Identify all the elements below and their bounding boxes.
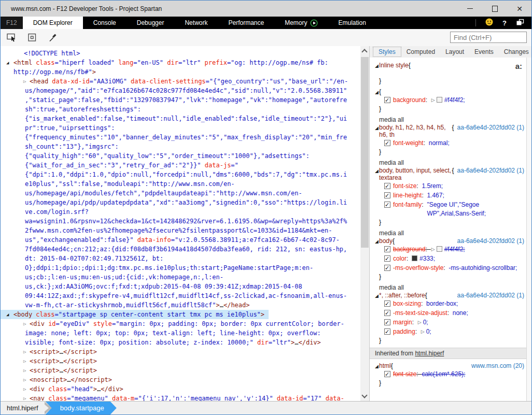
property-checkbox[interactable] (384, 202, 390, 208)
breadcrumb-html-hiperf[interactable]: html.hiperf (1, 402, 45, 414)
property-checkbox[interactable] (384, 97, 390, 103)
tab-memory[interactable]: Memory (274, 17, 328, 29)
property-value[interactable]: #f4f4f2; (444, 245, 524, 254)
script-node-1[interactable]: ▷<script>…</script> (1, 347, 350, 356)
inherited-from-target[interactable]: html.hiperf (415, 350, 444, 357)
styles-tab-events[interactable]: Events (469, 47, 499, 56)
property-value[interactable]: calc(1em*.625); (422, 370, 524, 379)
scrollbar-thumb[interactable] (361, 57, 369, 248)
rule-selector[interactable]: body (379, 237, 393, 245)
stylesheet-link[interactable]: aa-6a6e4d-202fdd02 (1) (454, 124, 524, 131)
property-checkbox[interactable] (384, 140, 390, 146)
property-value[interactable]: #f4f4f2; (444, 96, 524, 105)
property-checkbox[interactable] (384, 183, 390, 189)
tab-dom-explorer[interactable]: DOM Explorer (23, 17, 83, 29)
scroll-up-icon[interactable] (361, 49, 367, 54)
style-property-row[interactable]: background: ▷#f4f4f2; (379, 96, 524, 105)
rule-expanded-arrow-icon[interactable]: ◢ (375, 90, 379, 95)
property-checkbox[interactable] (384, 300, 390, 307)
color-swatch[interactable] (412, 255, 417, 261)
style-property-row[interactable]: font-weight: normal; (379, 139, 524, 148)
eyediv-node[interactable]: ▷<div id="eyeDiv" style="margin: 0px; pa… (1, 319, 350, 347)
breadcrumb-body-startpage[interactable]: body.startpage (46, 402, 117, 414)
find-input[interactable] (450, 32, 527, 43)
style-property-row[interactable]: background: ▷#f4f4f2; (379, 245, 524, 254)
property-checkbox[interactable] (384, 310, 390, 316)
script-node-2[interactable]: ▷<script>…</script> (1, 356, 350, 366)
rule-selector[interactable]: Inline style (379, 62, 409, 69)
maximize-button[interactable] (491, 5, 498, 12)
property-value[interactable]: 1.467; (427, 191, 524, 200)
property-expand-icon[interactable]: ▷ (431, 96, 437, 105)
element-highlight-icon[interactable] (27, 32, 38, 44)
property-value[interactable]: "Segoe UI","Segoe WP",Arial,Sans-Serif; (427, 201, 524, 218)
property-value[interactable]: 0; (426, 327, 524, 336)
property-checkbox[interactable] (384, 255, 390, 262)
styles-tab-styles[interactable]: Styles (373, 47, 401, 57)
collapsed-arrow-icon[interactable]: ▷ (23, 77, 26, 86)
expanded-arrow-icon[interactable]: ◢ (6, 310, 9, 319)
style-property-row[interactable]: color: #333; (379, 254, 524, 263)
div-head-node[interactable]: ▷<div class="head">…</div> (1, 384, 350, 394)
styles-tab-changes[interactable]: Changes (499, 47, 532, 56)
rule-expanded-arrow-icon[interactable]: ◢ (375, 168, 379, 174)
collapsed-arrow-icon[interactable]: ▷ (23, 384, 26, 394)
pseudo-state-toggle[interactable]: a: (515, 62, 522, 70)
collapsed-arrow-icon[interactable]: ▷ (23, 356, 26, 366)
property-checkbox[interactable] (384, 328, 390, 335)
style-property-row[interactable]: padding: ▷0; (379, 327, 524, 336)
titlebar[interactable]: www.msn.com - F12 Developer Tools - Proj… (1, 1, 531, 17)
property-value[interactable]: #333; (419, 254, 524, 263)
body-open-node[interactable]: ◢<body class="startpage sp center-conten… (1, 310, 269, 319)
color-swatch[interactable] (437, 246, 442, 252)
doctype-node[interactable]: <!DOCTYPE html> (1, 49, 350, 58)
collapsed-arrow-icon[interactable]: ▷ (23, 319, 26, 328)
property-checkbox[interactable] (384, 192, 390, 198)
color-picker-icon[interactable] (47, 32, 59, 44)
style-property-row[interactable]: line-height: 1.467; (379, 191, 524, 200)
property-value[interactable]: none; (453, 309, 524, 318)
stylesheet-link[interactable]: www.msn.com (20) (468, 362, 524, 369)
style-property-row[interactable]: margin: ▷0; (379, 318, 524, 327)
collapsed-arrow-icon[interactable]: ▷ (23, 347, 26, 356)
close-button[interactable]: ✕ (516, 5, 523, 12)
tab-emulation[interactable]: Emulation (328, 17, 376, 29)
property-value[interactable]: border-box; (426, 299, 524, 308)
tab-network[interactable]: Network (174, 17, 218, 29)
minimize-button[interactable] (466, 5, 473, 12)
rule-expanded-arrow-icon[interactable]: ◢ (375, 63, 379, 68)
select-element-icon[interactable] (7, 32, 18, 44)
rule-selector[interactable]: html (379, 362, 391, 369)
property-checkbox[interactable] (384, 371, 390, 377)
noscript-node[interactable]: ▷<noscript>…</noscript> (1, 375, 350, 384)
style-property-row[interactable]: font-size: 1.5rem; (379, 182, 524, 191)
property-checkbox[interactable] (384, 246, 390, 252)
property-value[interactable]: 0; (423, 318, 524, 327)
style-property-row[interactable]: font-size: calc(1em*.625); (379, 370, 524, 379)
property-expand-icon[interactable]: ▷ (431, 245, 437, 254)
stylesheet-link[interactable]: aa-6a6e4d-202fdd02 (1) (454, 292, 524, 299)
expanded-arrow-icon[interactable]: ◢ (6, 58, 9, 67)
rule-selector[interactable]: *, ::after, ::before (379, 292, 425, 299)
styles-scrollbar-track[interactable] (526, 58, 531, 401)
script-node-3[interactable]: ▷<script>…</script> (1, 366, 350, 375)
style-property-row[interactable]: font-family: "Segoe UI","Segoe WP",Arial… (379, 201, 524, 218)
property-value[interactable]: -ms-autohiding-scrollbar; (449, 264, 524, 273)
tab-f12[interactable]: F12 (1, 17, 23, 29)
property-value[interactable]: normal; (429, 139, 524, 148)
dom-scrollbar[interactable] (360, 46, 369, 401)
dom-tree[interactable]: <!DOCTYPE html>◢<html class="hiperf load… (1, 46, 360, 401)
head-node[interactable]: ▷<head data-xd-id="AA3iOMG" data-client-… (1, 77, 350, 310)
style-property-row[interactable]: -ms-overflow-style: -ms-autohiding-scrol… (379, 264, 524, 273)
collapsed-arrow-icon[interactable]: ▷ (23, 366, 26, 375)
tab-console[interactable]: Console (83, 17, 127, 29)
scroll-down-icon[interactable] (361, 392, 367, 398)
collapsed-arrow-icon[interactable]: ▷ (23, 394, 26, 401)
tab-debugger[interactable]: Debugger (127, 17, 175, 29)
rule-expanded-arrow-icon[interactable]: ◢ (375, 293, 379, 298)
collapsed-arrow-icon[interactable]: ▷ (23, 375, 26, 384)
property-checkbox[interactable] (384, 265, 390, 271)
nav-megamenu-node[interactable]: ▷<nav class="megamenu" data-m="{'i':17,'… (1, 394, 350, 401)
stylesheet-link[interactable]: aa-6a6e4d-202fdd02 (1) (454, 237, 524, 245)
rule-selector[interactable]: body, button, input, select, textarea (379, 167, 452, 181)
